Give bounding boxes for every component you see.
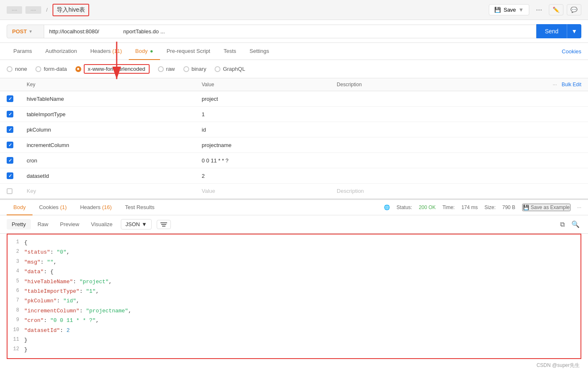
- none-option[interactable]: none: [7, 66, 27, 72]
- row-value-1: 1: [195, 107, 330, 122]
- table-row: datasetId 2: [0, 168, 588, 184]
- line-content: "tableImportType": "1",: [24, 287, 99, 296]
- search-button[interactable]: 🔍: [570, 219, 581, 230]
- line-number: 11: [8, 335, 24, 345]
- tab-headers[interactable]: Headers (11): [84, 43, 129, 60]
- resp-tab-headers[interactable]: Headers (16): [73, 200, 118, 215]
- row-actions-1: [457, 107, 588, 122]
- resp-more-dots[interactable]: ···: [577, 204, 581, 210]
- line-content: "incrementColumn": "projectname",: [24, 306, 131, 316]
- row-desc-3: [330, 137, 457, 153]
- tab-settings[interactable]: Settings: [243, 43, 276, 60]
- form-data-option[interactable]: form-data: [35, 66, 67, 72]
- line-number: 8: [8, 306, 24, 316]
- graphql-option[interactable]: GraphQL: [215, 66, 245, 72]
- watermark: CSDN @super先生: [536, 362, 580, 369]
- cookies-button[interactable]: Cookies: [562, 43, 581, 60]
- form-data-radio[interactable]: [35, 66, 41, 72]
- top-bar: ···· ···· / 导入hive表 💾 Save ▼ ··· ✏️ 💬: [0, 0, 588, 20]
- tab-params[interactable]: Params: [7, 43, 39, 60]
- row-actions-4: [457, 153, 588, 168]
- line-number: 1: [8, 238, 24, 247]
- binary-radio[interactable]: [183, 66, 189, 72]
- bulk-edit-button[interactable]: Bulk Edit: [562, 82, 581, 87]
- page-title: 导入hive表: [53, 4, 89, 16]
- fmt-tab-pretty[interactable]: Pretty: [7, 219, 31, 229]
- line-number: 10: [8, 326, 24, 335]
- binary-label: binary: [192, 66, 206, 72]
- row-value-3: projectname: [195, 137, 330, 153]
- line-content: "datasetId": 2: [24, 326, 70, 335]
- line-number: 4: [8, 267, 24, 277]
- row-key-1: tableImportType: [20, 107, 195, 122]
- json-format-select[interactable]: JSON ▼: [121, 219, 152, 229]
- none-radio[interactable]: [7, 66, 13, 72]
- tab-tests[interactable]: Tests: [217, 43, 243, 60]
- json-line: 10 "datasetId": 2: [8, 326, 580, 335]
- time-label: Time:: [443, 204, 455, 210]
- urlencoded-option[interactable]: x-www-form-urlencoded: [75, 64, 150, 74]
- save-example-label: Save as Example: [531, 204, 570, 210]
- time-value: 174 ms: [461, 204, 478, 210]
- row-checkbox-0[interactable]: [7, 95, 13, 102]
- save-example-button[interactable]: 💾 Save as Example: [522, 204, 570, 211]
- graphql-radio[interactable]: [215, 66, 220, 72]
- headers-count: (11): [112, 48, 122, 54]
- send-button[interactable]: Send ▼: [536, 24, 581, 38]
- tab-pre-request[interactable]: Pre-request Script: [160, 43, 217, 60]
- json-line: 3 "msg": "",: [8, 257, 580, 267]
- row-checkbox-5[interactable]: [7, 172, 13, 179]
- method-dropdown-icon: ▼: [28, 29, 33, 34]
- edit-button[interactable]: ✏️: [549, 4, 563, 15]
- row-desc-1: [330, 107, 457, 122]
- resp-tab-cookies[interactable]: Cookies (1): [33, 200, 73, 215]
- row-actions-2: [457, 122, 588, 137]
- row-checkbox-empty[interactable]: [7, 188, 13, 194]
- resp-tab-body[interactable]: Body: [7, 200, 33, 215]
- tab-authorization[interactable]: Authorization: [39, 43, 84, 60]
- resp-tab-test-results[interactable]: Test Results: [118, 200, 161, 215]
- raw-option[interactable]: raw: [158, 66, 175, 72]
- send-label: Send: [536, 24, 567, 38]
- json-line: 4 "data": {: [8, 267, 580, 277]
- none-label: none: [15, 66, 27, 72]
- table-row: incrementColumn projectname: [0, 137, 588, 153]
- row-checkbox-4[interactable]: [7, 157, 13, 164]
- line-content: }: [24, 345, 28, 354]
- fmt-tab-preview[interactable]: Preview: [55, 219, 84, 229]
- json-line: 1{: [8, 238, 580, 247]
- more-options-button[interactable]: ···: [533, 4, 545, 16]
- json-line: 9 "cron": "0 0 11 * * ?",: [8, 316, 580, 325]
- row-desc-empty: Description: [330, 184, 457, 199]
- filter-icon: [160, 222, 167, 227]
- filter-button[interactable]: [157, 220, 171, 229]
- comment-button[interactable]: 💬: [567, 4, 581, 15]
- breadcrumb-divider: /: [46, 7, 48, 13]
- body-type-row: none form-data x-www-form-urlencoded raw…: [0, 60, 588, 78]
- row-checkbox-3[interactable]: [7, 142, 13, 148]
- line-content: "data": {: [24, 267, 53, 277]
- url-bar: POST ▼ Send ▼: [0, 20, 588, 43]
- save-button[interactable]: 💾 Save ▼: [489, 4, 529, 15]
- tab-body[interactable]: Body ●: [129, 43, 160, 60]
- row-checkbox-1[interactable]: [7, 111, 13, 117]
- breadcrumb: ···· ···· / 导入hive表: [7, 4, 89, 16]
- line-content: "cron": "0 0 11 * * ?",: [24, 316, 99, 325]
- binary-option[interactable]: binary: [183, 66, 206, 72]
- row-actions-5: [457, 168, 588, 184]
- fmt-tab-visualize[interactable]: Visualize: [86, 219, 118, 229]
- form-data-label: form-data: [44, 66, 67, 72]
- resp-cookies-label: Cookies: [39, 204, 59, 210]
- row-key-2: pkColumn: [20, 122, 195, 137]
- urlencoded-radio[interactable]: [75, 66, 81, 72]
- json-dropdown-icon: ▼: [142, 221, 147, 227]
- row-checkbox-2[interactable]: [7, 126, 13, 133]
- url-input[interactable]: [44, 25, 536, 38]
- method-select[interactable]: POST ▼: [7, 25, 44, 38]
- table-row: hiveTableName project: [0, 91, 588, 107]
- fmt-tab-raw[interactable]: Raw: [33, 219, 53, 229]
- raw-radio[interactable]: [158, 66, 164, 72]
- row-key-5: datasetId: [20, 168, 195, 184]
- copy-button[interactable]: ⧉: [558, 219, 566, 230]
- table-row: pkColumn id: [0, 122, 588, 137]
